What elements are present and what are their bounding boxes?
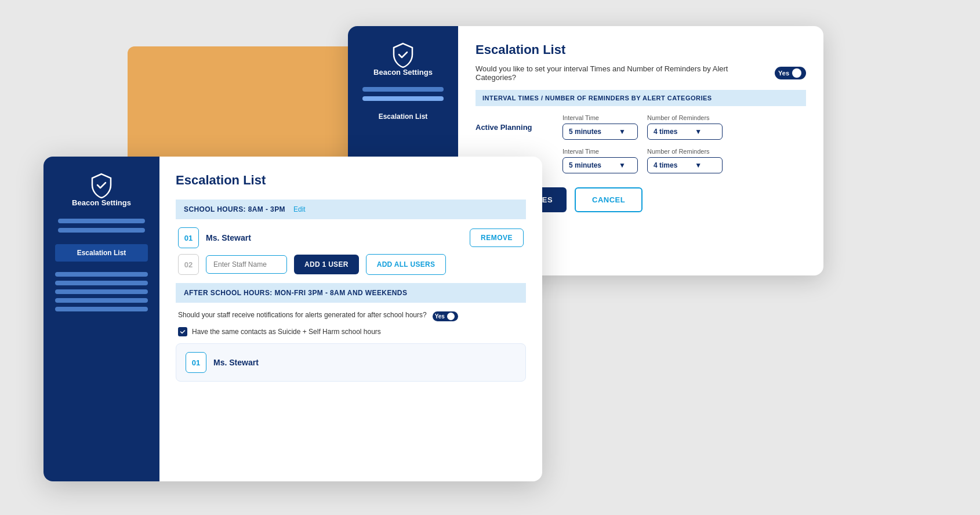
active-planning-interval-group: Interval Time 5 minutes ▼ <box>562 114 638 140</box>
active-planning-dropdowns: Interval Time 5 minutes ▼ Number of Remi… <box>562 114 723 140</box>
add-one-user-button[interactable]: ADD 1 USER <box>294 255 359 274</box>
add-user-row: 02 ADD 1 USER ADD ALL USERS <box>176 254 526 275</box>
active-planning-interval-value: 5 minutes <box>569 128 601 136</box>
back-sidebar-nav-bar-1 <box>362 87 444 92</box>
after-school-question-row: Should your staff receive notifications … <box>178 311 526 321</box>
suicide-ideation-reminder-select[interactable]: 4 times ▼ <box>647 157 723 173</box>
chevron-down-icon: ▼ <box>695 161 702 169</box>
active-planning-reminder-select[interactable]: 4 times ▼ <box>647 124 723 140</box>
chevron-down-icon: ▼ <box>619 161 626 169</box>
school-hours-edit-link[interactable]: Edit <box>293 205 306 213</box>
front-sidebar-bar-1 <box>55 272 148 277</box>
front-card-main: Escalation List SCHOOL HOURS: 8AM - 3PM … <box>159 157 542 481</box>
after-school-user-row: 01 Ms. Stewart <box>176 343 526 382</box>
active-planning-reminder-label: Number of Reminders <box>647 114 723 121</box>
active-planning-interval-select[interactable]: 5 minutes ▼ <box>562 124 638 140</box>
same-contacts-label: Have the same contacts as Suicide + Self… <box>192 328 381 336</box>
active-planning-reminder-value: 4 times <box>654 128 677 136</box>
front-sidebar-nav-bar-2 <box>58 228 145 233</box>
check-icon <box>180 329 186 335</box>
after-school-header: AFTER SCHOOL HOURS: MON-FRI 3PM - 8AM AN… <box>176 283 526 303</box>
after-school-user-name: Ms. Stewart <box>213 358 259 367</box>
suicide-ideation-interval-value: 5 minutes <box>569 161 601 169</box>
front-escalation-card: Beacon Settings Escalation List Escalati… <box>43 157 542 481</box>
after-school-toggle-label: Yes <box>435 313 445 320</box>
front-sidebar-bar-5 <box>55 307 148 311</box>
chevron-down-icon: ▼ <box>619 128 626 136</box>
after-school-toggle-circle <box>447 313 455 320</box>
user-number-1: 01 <box>178 227 199 248</box>
front-sidebar-beacon-label: Beacon Settings <box>72 198 131 207</box>
staff-name-input[interactable] <box>206 255 287 274</box>
same-contacts-checkbox-row: Have the same contacts as Suicide + Self… <box>178 327 526 336</box>
school-hours-title: SCHOOL HOURS: 8AM - 3PM <box>184 205 285 213</box>
after-school-title: AFTER SCHOOL HOURS: MON-FRI 3PM - 8AM AN… <box>184 289 407 297</box>
active-planning-interval-label: Interval Time <box>562 114 638 121</box>
cancel-button[interactable]: CANCEL <box>575 187 643 212</box>
chevron-down-icon: ▼ <box>695 128 702 136</box>
front-sidebar-nav-bars <box>55 272 148 311</box>
suicide-ideation-dropdowns: Interval Time 5 minutes ▼ Number of Remi… <box>562 148 723 173</box>
same-contacts-checkbox[interactable] <box>178 327 187 336</box>
interval-toggle-circle <box>792 68 801 78</box>
front-sidebar-escalation-label: Escalation List <box>55 244 148 262</box>
interval-toggle-label: Yes <box>778 70 789 77</box>
user-number-2: 02 <box>178 254 199 275</box>
interval-header-bar: INTERVAL TIMES / NUMBER OF REMINDERS BY … <box>476 90 806 106</box>
front-card-title: Escalation List <box>176 173 526 188</box>
suicide-ideation-reminder-value: 4 times <box>654 161 677 169</box>
interval-toggle[interactable]: Yes <box>775 67 806 79</box>
school-hours-header: SCHOOL HOURS: 8AM - 3PM Edit <box>176 200 526 219</box>
interval-question-row: Would you like to set your interval Time… <box>476 64 806 82</box>
remove-user-1-button[interactable]: REMOVE <box>470 229 524 247</box>
add-all-users-button[interactable]: ADD ALL USERS <box>366 254 447 275</box>
user-name-1: Ms. Stewart <box>206 233 463 242</box>
suicide-ideation-reminder-group: Number of Reminders 4 times ▼ <box>647 148 723 173</box>
suicide-ideation-interval-select[interactable]: 5 minutes ▼ <box>562 157 638 173</box>
front-sidebar-bar-2 <box>55 281 148 285</box>
suicide-ideation-interval-label: Interval Time <box>562 148 638 155</box>
suicide-ideation-interval-group: Interval Time 5 minutes ▼ <box>562 148 638 173</box>
front-sidebar-bar-4 <box>55 298 148 303</box>
interval-question-text: Would you like to set your interval Time… <box>476 64 768 82</box>
shield-icon <box>391 42 415 68</box>
after-school-question-text: Should your staff receive notifications … <box>178 311 427 319</box>
after-school-toggle[interactable]: Yes <box>433 311 458 321</box>
suicide-ideation-reminder-label: Number of Reminders <box>647 148 723 155</box>
active-planning-label: Active Planning <box>476 123 551 132</box>
back-sidebar-beacon-label: Beacon Settings <box>373 68 433 77</box>
shield-icon <box>90 173 113 198</box>
table-row: 01 Ms. Stewart REMOVE <box>176 227 526 248</box>
after-school-user-number: 01 <box>186 352 206 373</box>
front-sidebar-bar-3 <box>55 289 148 294</box>
back-card-title: Escalation List <box>476 42 806 57</box>
back-sidebar-escalation-label: Escalation List <box>379 113 428 121</box>
front-sidebar-nav-bar-1 <box>58 219 145 223</box>
active-planning-reminder-group: Number of Reminders 4 times ▼ <box>647 114 723 140</box>
front-card-sidebar: Beacon Settings Escalation List <box>43 157 159 481</box>
after-school-section: AFTER SCHOOL HOURS: MON-FRI 3PM - 8AM AN… <box>176 283 526 382</box>
back-sidebar-nav-bar-2 <box>362 96 444 101</box>
active-planning-row: Active Planning Interval Time 5 minutes … <box>476 114 806 140</box>
